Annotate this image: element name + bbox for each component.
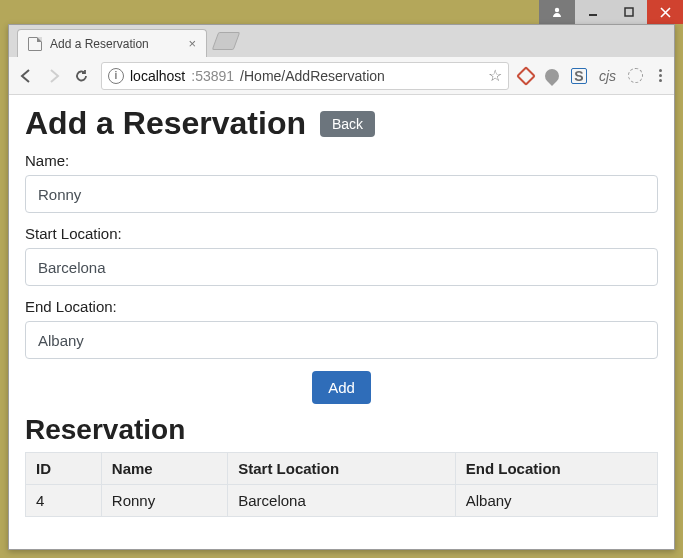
window-maximize-button[interactable]: [611, 0, 647, 24]
col-start: Start Location: [228, 453, 456, 485]
add-button[interactable]: Add: [312, 371, 371, 404]
svg-point-0: [555, 8, 559, 12]
url-path: /Home/AddReservation: [240, 68, 385, 84]
browser-tab[interactable]: Add a Reservation ×: [17, 29, 207, 57]
table-row: 4 Ronny Barcelona Albany: [26, 485, 658, 517]
back-button[interactable]: Back: [320, 111, 375, 137]
cell-name: Ronny: [101, 485, 227, 517]
extension-icons: S cjs: [519, 68, 666, 84]
new-tab-button[interactable]: [212, 32, 241, 50]
extension-icon[interactable]: [516, 66, 536, 86]
extension-icon[interactable]: cjs: [599, 68, 616, 84]
extension-icon[interactable]: [628, 68, 643, 83]
tab-strip: Add a Reservation ×: [9, 25, 674, 57]
end-location-input[interactable]: [25, 321, 658, 359]
name-input[interactable]: [25, 175, 658, 213]
cell-start: Barcelona: [228, 485, 456, 517]
svg-rect-2: [625, 8, 633, 16]
extension-icon[interactable]: [542, 66, 562, 86]
url-host: localhost: [130, 68, 185, 84]
tab-title: Add a Reservation: [50, 37, 149, 51]
svg-rect-1: [589, 14, 597, 16]
result-heading: Reservation: [25, 414, 658, 446]
address-bar: i localhost:53891/Home/AddReservation ☆ …: [9, 57, 674, 95]
nav-back-button[interactable]: [17, 67, 35, 85]
user-icon[interactable]: [539, 0, 575, 24]
name-label: Name:: [25, 152, 658, 169]
browser-menu-button[interactable]: [655, 69, 666, 82]
page-content: Add a Reservation Back Name: Start Locat…: [9, 95, 674, 549]
window-close-button[interactable]: [647, 0, 683, 24]
table-header-row: ID Name Start Location End Location: [26, 453, 658, 485]
nav-forward-button[interactable]: [45, 67, 63, 85]
window-minimize-button[interactable]: [575, 0, 611, 24]
extension-icon[interactable]: S: [571, 68, 587, 84]
browser-window: Add a Reservation × i localhost:53891/Ho…: [8, 24, 675, 550]
reservation-table: ID Name Start Location End Location 4 Ro…: [25, 452, 658, 517]
cell-id: 4: [26, 485, 102, 517]
col-name: Name: [101, 453, 227, 485]
col-id: ID: [26, 453, 102, 485]
nav-reload-button[interactable]: [73, 67, 91, 85]
os-titlebar: [0, 0, 683, 24]
start-location-input[interactable]: [25, 248, 658, 286]
col-end: End Location: [455, 453, 657, 485]
url-port: :53891: [191, 68, 234, 84]
page-title: Add a Reservation: [25, 105, 306, 142]
site-info-icon[interactable]: i: [108, 68, 124, 84]
start-location-label: Start Location:: [25, 225, 658, 242]
cell-end: Albany: [455, 485, 657, 517]
close-tab-icon[interactable]: ×: [188, 36, 196, 51]
end-location-label: End Location:: [25, 298, 658, 315]
page-icon: [28, 37, 42, 51]
bookmark-star-icon[interactable]: ☆: [488, 66, 502, 85]
url-field[interactable]: i localhost:53891/Home/AddReservation ☆: [101, 62, 509, 90]
